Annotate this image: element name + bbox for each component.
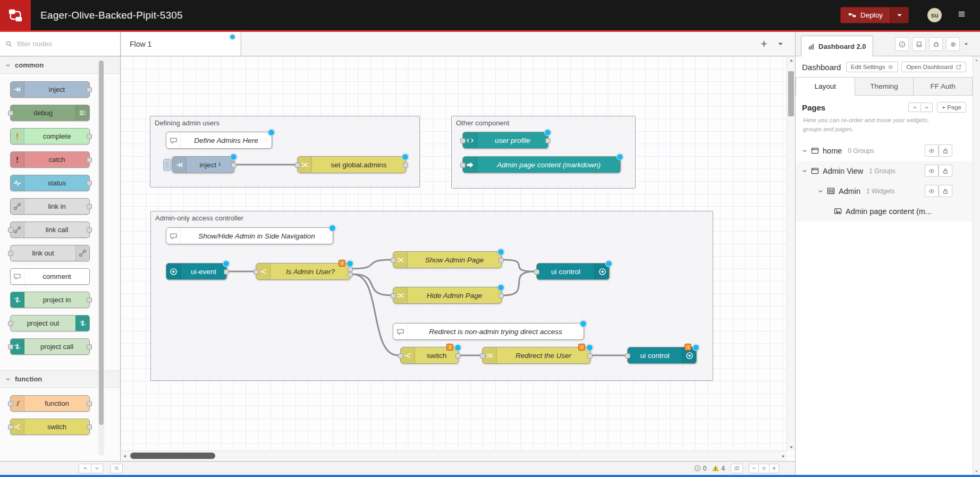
flow-list-button[interactable] xyxy=(776,40,784,48)
node-define-admins-here[interactable]: Define Admins Here xyxy=(166,132,272,149)
node-set-global-admins[interactable]: set global.admins xyxy=(297,156,406,173)
tab-info-button[interactable] xyxy=(895,37,909,51)
palette-search-input[interactable] xyxy=(16,39,103,48)
node-port-out[interactable] xyxy=(587,353,593,359)
palette-node-complete[interactable]: complete xyxy=(10,128,90,144)
palette-collapse-all-button[interactable] xyxy=(79,464,91,473)
palette-scrollbar[interactable] xyxy=(98,59,104,456)
chevron-down-icon[interactable] xyxy=(818,189,823,194)
node-port-out[interactable] xyxy=(499,293,504,299)
subtab-theming[interactable]: Theming xyxy=(855,77,914,95)
node-ui-control[interactable]: ui control xyxy=(536,263,610,280)
tree-item-admin[interactable]: Admin1 Widgets xyxy=(796,181,973,201)
edit-settings-button[interactable]: Edit Settings xyxy=(846,62,899,72)
node-port-out[interactable] xyxy=(545,138,551,143)
node-port-out[interactable] xyxy=(403,163,408,168)
inject-trigger-button[interactable] xyxy=(163,159,171,171)
scroll-right-arrow[interactable] xyxy=(779,451,787,461)
zoom-out-button[interactable] xyxy=(749,464,759,473)
node-port-out[interactable] xyxy=(231,163,236,168)
navigator-button[interactable] xyxy=(731,464,743,473)
node-hide-admin-page[interactable]: Hide Admin Page xyxy=(393,287,502,304)
palette-node-status[interactable]: status xyxy=(10,175,90,191)
tree-item-admin-page-content-m[interactable]: Admin page content (m... xyxy=(796,201,973,222)
scroll-thumb[interactable] xyxy=(788,71,794,116)
node-inject[interactable]: inject ¹ xyxy=(172,156,234,173)
node-port-in[interactable] xyxy=(398,353,403,359)
lock-toggle-button[interactable] xyxy=(939,165,952,177)
node-admin-page-content-markdown[interactable]: Admin page content (markdown) xyxy=(462,156,621,173)
page-move-down-button[interactable] xyxy=(920,103,933,112)
sidebar-menu-button[interactable] xyxy=(963,41,969,47)
node-port-in[interactable] xyxy=(254,269,259,275)
tab-help-button[interactable] xyxy=(912,37,926,51)
palette-node-function[interactable]: ffunction xyxy=(10,395,90,412)
visibility-toggle-button[interactable] xyxy=(925,185,939,197)
node-port-in[interactable] xyxy=(625,353,630,359)
node-port-in[interactable] xyxy=(460,163,466,168)
zoom-reset-button[interactable] xyxy=(759,464,769,473)
scroll-down-arrow[interactable] xyxy=(973,467,980,475)
main-menu-button[interactable] xyxy=(958,10,966,20)
palette-node-link-call[interactable]: link call xyxy=(10,222,90,238)
add-page-button[interactable]: + Page xyxy=(937,102,966,113)
node-port-in[interactable] xyxy=(391,293,396,299)
node-redirect-the-user[interactable]: Redirect the User xyxy=(482,347,590,364)
canvas-horizontal-scrollbar[interactable] xyxy=(121,450,787,461)
node-port-in[interactable] xyxy=(295,163,300,168)
lock-toggle-button[interactable] xyxy=(939,185,952,197)
node-port-out[interactable] xyxy=(455,353,461,359)
node-redirect-is-non-admin-trying-direct-access[interactable]: Redirect is non-admin trying direct acce… xyxy=(393,323,584,340)
node-switch[interactable]: switch xyxy=(400,347,459,364)
lock-toggle-button[interactable] xyxy=(939,144,952,157)
node-port-out[interactable] xyxy=(348,272,353,277)
palette-node-comment[interactable]: comment xyxy=(10,268,90,285)
scroll-up-arrow[interactable] xyxy=(973,56,980,64)
palette-node-link-in[interactable]: link in xyxy=(10,198,90,215)
node-ui-control[interactable]: ui control xyxy=(627,347,697,364)
node-port-in[interactable] xyxy=(391,258,396,263)
user-avatar[interactable]: su xyxy=(927,8,942,22)
errors-indicator[interactable]: 0 xyxy=(694,465,707,472)
flow-canvas[interactable]: Defining admin usersOther componentAdmin… xyxy=(121,56,795,461)
node-port-in[interactable] xyxy=(534,269,539,275)
scroll-left-arrow[interactable] xyxy=(121,451,129,461)
palette-node-link-out[interactable]: link out xyxy=(10,245,90,261)
subtab-layout[interactable]: Layout xyxy=(796,77,855,96)
node-user-profile[interactable]: user profile xyxy=(462,132,548,149)
tree-item-home[interactable]: home0 Groups xyxy=(796,141,973,161)
deploy-options-button[interactable] xyxy=(890,7,908,23)
add-flow-button[interactable] xyxy=(760,40,768,48)
node-is-admin-user[interactable]: Is Admin User? xyxy=(256,263,351,280)
tab-flow-1[interactable]: Flow 1 xyxy=(121,32,241,56)
palette-node-project-in[interactable]: project in xyxy=(10,292,90,308)
canvas-vertical-scrollbar[interactable] xyxy=(787,56,795,451)
visibility-toggle-button[interactable] xyxy=(925,144,939,157)
node-port-out[interactable] xyxy=(348,267,353,272)
node-port-in[interactable] xyxy=(460,138,466,143)
search-flows-button[interactable] xyxy=(111,464,123,473)
palette-node-debug[interactable]: debug xyxy=(10,105,90,121)
palette-expand-all-button[interactable] xyxy=(91,464,103,473)
node-show-hide-admin-in-side-navigation[interactable]: Show/Hide Admin in Side Navigation xyxy=(166,227,333,244)
scroll-thumb[interactable] xyxy=(130,453,215,459)
page-move-up-button[interactable] xyxy=(908,103,920,112)
tab-debug-button[interactable] xyxy=(929,37,943,51)
palette-node-catch[interactable]: catch xyxy=(10,151,90,168)
tab-config-button[interactable] xyxy=(946,37,960,51)
chevron-down-icon[interactable] xyxy=(802,148,807,154)
warnings-indicator[interactable]: 4 xyxy=(712,465,725,472)
subtab-ff-auth[interactable]: FF Auth xyxy=(913,77,973,95)
visibility-toggle-button[interactable] xyxy=(925,165,939,177)
tree-item-admin-view[interactable]: Admin View1 Groups xyxy=(796,161,973,181)
node-show-admin-page[interactable]: Show Admin Page xyxy=(393,251,502,268)
palette-node-project-out[interactable]: project out xyxy=(10,315,90,331)
zoom-in-button[interactable] xyxy=(769,464,779,473)
chevron-down-icon[interactable] xyxy=(802,168,807,174)
palette-node-inject[interactable]: inject xyxy=(10,81,90,98)
open-dashboard-button[interactable]: Open Dashboard xyxy=(901,62,966,72)
node-ui-event[interactable]: ui-event xyxy=(166,263,227,280)
scroll-up-arrow[interactable] xyxy=(787,56,795,64)
palette-node-switch[interactable]: switch xyxy=(10,419,90,435)
node-port-out[interactable] xyxy=(499,258,504,263)
